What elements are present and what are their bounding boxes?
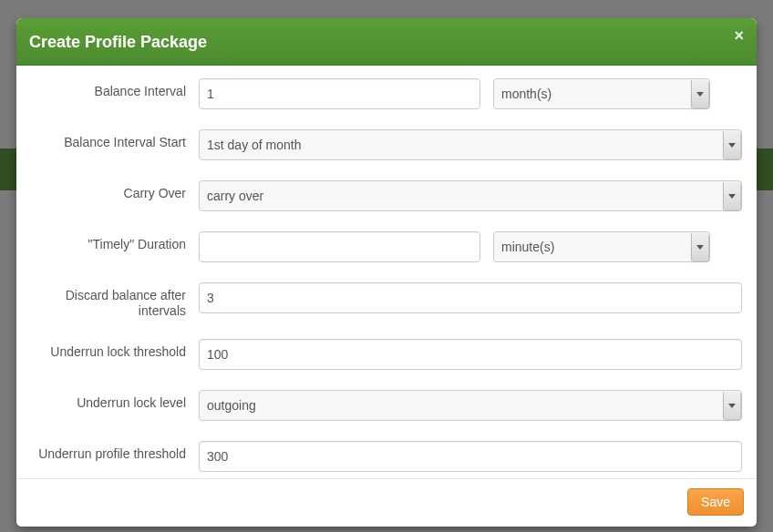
carry-over-value: carry over (207, 189, 263, 203)
label-underrun-profile-threshold: Underrun profile threshold (31, 441, 199, 462)
label-underrun-lock-threshold: Underrun lock threshold (31, 339, 199, 360)
label-underrun-lock-level: Underrun lock level (31, 390, 199, 411)
underrun-lock-level-select[interactable]: outgoing (199, 390, 742, 421)
balance-interval-unit-select[interactable]: month(s) (493, 78, 710, 109)
underrun-lock-threshold-input[interactable] (199, 339, 742, 370)
chevron-down-icon (728, 143, 736, 148)
row-underrun-lock-level: Underrun lock level outgoing (31, 390, 742, 421)
carry-over-select[interactable]: carry over (199, 180, 742, 211)
balance-interval-unit-value: month(s) (501, 87, 551, 101)
modal-title: Create Profile Package (29, 33, 740, 52)
row-balance-interval-start: Balance Interval Start 1st day of month (31, 129, 742, 160)
row-timely-duration: "Timely" Duration minute(s) (31, 231, 742, 262)
create-profile-package-modal: Create Profile Package × Balance Interva… (16, 18, 757, 527)
discard-after-input[interactable] (199, 282, 742, 313)
row-discard-after: Discard balance after intervals (31, 282, 742, 319)
modal-body[interactable]: Balance Interval month(s) Balance Interv… (16, 66, 757, 478)
label-balance-interval: Balance Interval (31, 78, 199, 99)
balance-interval-input[interactable] (199, 78, 480, 109)
chevron-down-icon (728, 404, 736, 408)
modal-footer: Save (16, 478, 757, 527)
label-discard-after: Discard balance after intervals (31, 282, 199, 319)
timely-duration-input[interactable] (199, 231, 480, 262)
timely-duration-unit-select[interactable]: minute(s) (493, 231, 710, 262)
row-underrun-lock-threshold: Underrun lock threshold (31, 339, 742, 370)
close-icon[interactable]: × (734, 27, 744, 44)
underrun-lock-level-value: outgoing (207, 398, 256, 413)
balance-interval-start-select[interactable]: 1st day of month (199, 129, 742, 160)
underrun-profile-threshold-input[interactable] (199, 441, 742, 472)
label-balance-interval-start: Balance Interval Start (31, 129, 199, 150)
chevron-down-icon (728, 194, 736, 199)
modal-header: Create Profile Package × (16, 18, 757, 66)
label-carry-over: Carry Over (31, 180, 199, 201)
row-underrun-profile-threshold: Underrun profile threshold (31, 441, 742, 472)
label-timely-duration: "Timely" Duration (31, 231, 199, 252)
save-button[interactable]: Save (687, 488, 744, 516)
chevron-down-icon (696, 92, 704, 97)
row-carry-over: Carry Over carry over (31, 180, 742, 211)
balance-interval-start-value: 1st day of month (207, 138, 302, 152)
row-balance-interval: Balance Interval month(s) (31, 78, 742, 109)
chevron-down-icon (696, 245, 704, 250)
timely-duration-unit-value: minute(s) (501, 240, 554, 254)
